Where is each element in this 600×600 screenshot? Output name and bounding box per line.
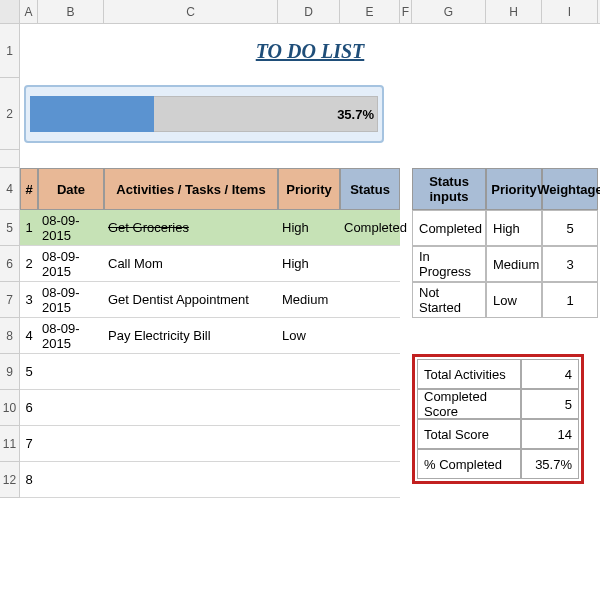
cell-num[interactable]: 4 xyxy=(20,318,38,354)
cell-priority[interactable]: Medium xyxy=(278,282,340,318)
cell-priority[interactable] xyxy=(278,426,340,462)
cell-num[interactable]: 7 xyxy=(20,426,38,462)
row-header-4[interactable]: 4 xyxy=(0,168,20,210)
cell-priority[interactable]: High xyxy=(278,246,340,282)
col-header-F[interactable]: F xyxy=(400,0,412,23)
row-header-8[interactable]: 8 xyxy=(0,318,20,354)
row-header-11[interactable]: 11 xyxy=(0,426,20,462)
cell-status[interactable] xyxy=(340,246,400,282)
cell-date[interactable] xyxy=(38,354,104,390)
lth-status[interactable]: Status inputs xyxy=(412,168,486,210)
summary-label[interactable]: Total Activities xyxy=(417,359,521,389)
cell-activity[interactable] xyxy=(104,354,278,390)
col-header-C[interactable]: C xyxy=(104,0,278,23)
col-header-D[interactable]: D xyxy=(278,0,340,23)
cell-priority[interactable] xyxy=(278,462,340,498)
summary-label[interactable]: Completed Score xyxy=(417,389,521,419)
th-date[interactable]: Date xyxy=(38,168,104,210)
lookup-priority[interactable]: High xyxy=(486,210,542,246)
th-num[interactable]: # xyxy=(20,168,38,210)
column-header-row: A B C D E F G H I xyxy=(0,0,600,24)
cell-priority[interactable] xyxy=(278,390,340,426)
cell-status[interactable] xyxy=(340,282,400,318)
lookup-status[interactable]: Completed xyxy=(412,210,486,246)
summary-box: Total Activities4Completed Score5Total S… xyxy=(412,354,584,484)
lookup-weight[interactable]: 1 xyxy=(542,282,598,318)
summary-value[interactable]: 14 xyxy=(521,419,579,449)
row-header-5[interactable]: 5 xyxy=(0,210,20,246)
cell-status[interactable] xyxy=(340,426,400,462)
cell-priority[interactable]: High xyxy=(278,210,340,246)
col-header-G[interactable]: G xyxy=(412,0,486,23)
cell-num[interactable]: 8 xyxy=(20,462,38,498)
summary-value[interactable]: 5 xyxy=(521,389,579,419)
cell-date[interactable] xyxy=(38,462,104,498)
cell-activity[interactable] xyxy=(104,462,278,498)
summary-label[interactable]: % Completed xyxy=(417,449,521,479)
row-header-3[interactable] xyxy=(0,150,20,168)
summary-label[interactable]: Total Score xyxy=(417,419,521,449)
lookup-priority[interactable]: Low xyxy=(486,282,542,318)
cell-priority[interactable] xyxy=(278,354,340,390)
lookup-weight[interactable]: 3 xyxy=(542,246,598,282)
progress-bar xyxy=(30,96,378,132)
cell-status[interactable]: Completed xyxy=(340,210,400,246)
lookup-status[interactable]: In Progress xyxy=(412,246,486,282)
select-all-corner[interactable] xyxy=(0,0,20,23)
title-cell[interactable]: TO DO LIST xyxy=(20,24,600,78)
col-header-A[interactable]: A xyxy=(20,0,38,23)
lookup-weight[interactable]: 5 xyxy=(542,210,598,246)
th-priority[interactable]: Priority xyxy=(278,168,340,210)
progress-container: 35.7% xyxy=(20,78,384,150)
row-header-2[interactable]: 2 xyxy=(0,78,20,150)
th-status[interactable]: Status xyxy=(340,168,400,210)
cell-num[interactable]: 5 xyxy=(20,354,38,390)
progress-bar-frame: 35.7% xyxy=(24,85,384,143)
cell-activity[interactable]: Pay Electricity Bill xyxy=(104,318,278,354)
cell-status[interactable] xyxy=(340,318,400,354)
row-header-12[interactable]: 12 xyxy=(0,462,20,498)
cell-date[interactable]: 08-09-2015 xyxy=(38,210,104,246)
cell-activity[interactable]: Get Groceries xyxy=(104,210,278,246)
col-header-I[interactable]: I xyxy=(542,0,598,23)
cell-activity[interactable]: Call Mom xyxy=(104,246,278,282)
cell-num[interactable]: 2 xyxy=(20,246,38,282)
th-activity[interactable]: Activities / Tasks / Items xyxy=(104,168,278,210)
cell-status[interactable] xyxy=(340,390,400,426)
progress-fill xyxy=(30,96,154,132)
row-header-10[interactable]: 10 xyxy=(0,390,20,426)
cell-status[interactable] xyxy=(340,354,400,390)
page-title: TO DO LIST xyxy=(256,40,365,63)
cell-activity[interactable] xyxy=(104,390,278,426)
lth-weight[interactable]: Weightage xyxy=(542,168,598,210)
lookup-priority[interactable]: Medium xyxy=(486,246,542,282)
cell-activity[interactable]: Get Dentist Appointment xyxy=(104,282,278,318)
col-header-B[interactable]: B xyxy=(38,0,104,23)
cell-num[interactable]: 6 xyxy=(20,390,38,426)
col-header-E[interactable]: E xyxy=(340,0,400,23)
cell-num[interactable]: 3 xyxy=(20,282,38,318)
cell-priority[interactable]: Low xyxy=(278,318,340,354)
row-header-9[interactable]: 9 xyxy=(0,354,20,390)
row-header-6[interactable]: 6 xyxy=(0,246,20,282)
cell-activity[interactable] xyxy=(104,426,278,462)
cell-status[interactable] xyxy=(340,462,400,498)
row-header-1[interactable]: 1 xyxy=(0,24,20,78)
cell-date[interactable] xyxy=(38,390,104,426)
cell-num[interactable]: 1 xyxy=(20,210,38,246)
progress-label: 35.7% xyxy=(337,107,374,122)
cell-date[interactable]: 08-09-2015 xyxy=(38,318,104,354)
lth-priority[interactable]: Priority xyxy=(486,168,542,210)
lookup-status[interactable]: Not Started xyxy=(412,282,486,318)
cell-date[interactable]: 08-09-2015 xyxy=(38,282,104,318)
summary-value[interactable]: 35.7% xyxy=(521,449,579,479)
col-header-H[interactable]: H xyxy=(486,0,542,23)
row-header-7[interactable]: 7 xyxy=(0,282,20,318)
summary-value[interactable]: 4 xyxy=(521,359,579,389)
cell-date[interactable]: 08-09-2015 xyxy=(38,246,104,282)
cell-date[interactable] xyxy=(38,426,104,462)
